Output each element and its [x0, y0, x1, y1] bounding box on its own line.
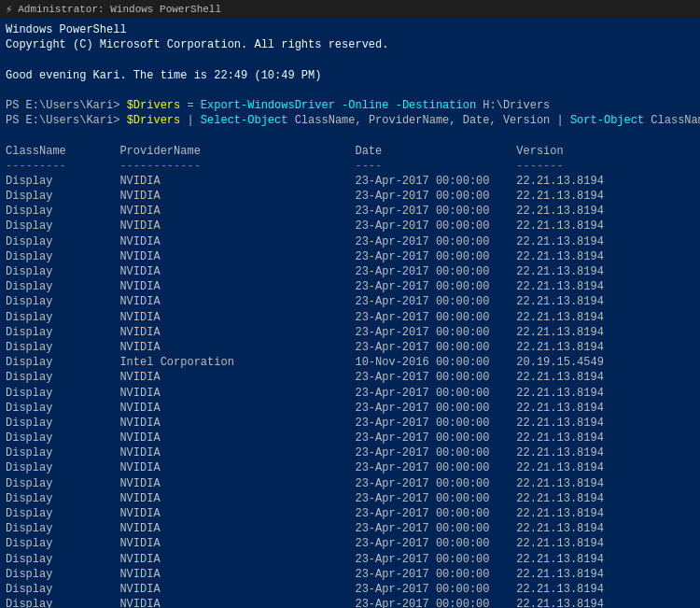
terminal-line: Display NVIDIA 23-Apr-2017 00:00:00 22.2… — [6, 552, 694, 567]
terminal-line: Good evening Kari. The time is 22:49 (10… — [6, 68, 694, 83]
terminal-line: PS E:\Users\Kari> $Drivers | Select-Obje… — [6, 113, 694, 128]
terminal-line: Display NVIDIA 23-Apr-2017 00:00:00 22.2… — [6, 249, 694, 264]
terminal-window: Windows PowerShellCopyright (C) Microsof… — [0, 19, 700, 608]
terminal-line: Display NVIDIA 23-Apr-2017 00:00:00 22.2… — [6, 370, 694, 385]
terminal-line: Display NVIDIA 23-Apr-2017 00:00:00 22.2… — [6, 431, 694, 445]
terminal-line: Display NVIDIA 23-Apr-2017 00:00:00 22.2… — [6, 476, 694, 491]
terminal-line — [6, 128, 694, 143]
terminal-line: Display NVIDIA 23-Apr-2017 00:00:00 22.2… — [6, 310, 694, 325]
terminal-line: Display NVIDIA 23-Apr-2017 00:00:00 22.2… — [6, 279, 694, 294]
terminal-line: Display NVIDIA 23-Apr-2017 00:00:00 22.2… — [6, 294, 694, 309]
terminal-line: Display NVIDIA 23-Apr-2017 00:00:00 22.2… — [6, 506, 694, 521]
terminal-line: Display NVIDIA 23-Apr-2017 00:00:00 22.2… — [6, 264, 694, 279]
terminal-line: Display NVIDIA 23-Apr-2017 00:00:00 22.2… — [6, 340, 694, 355]
title-bar: ⚡ Administrator: Windows PowerShell — [0, 0, 700, 19]
terminal-line: Display NVIDIA 23-Apr-2017 00:00:00 22.2… — [6, 174, 694, 189]
terminal-line: Display NVIDIA 23-Apr-2017 00:00:00 22.2… — [6, 536, 694, 551]
terminal-line: Copyright (C) Microsoft Corporation. All… — [6, 37, 694, 52]
terminal-line: Display NVIDIA 23-Apr-2017 00:00:00 22.2… — [6, 597, 694, 608]
terminal-line: Display NVIDIA 23-Apr-2017 00:00:00 22.2… — [6, 416, 694, 431]
terminal-line: Display NVIDIA 23-Apr-2017 00:00:00 22.2… — [6, 204, 694, 219]
terminal-line: ClassName ProviderName Date Version — [6, 144, 694, 159]
terminal-line: --------- ------------ ---- ------- — [6, 159, 694, 174]
terminal-line: Display NVIDIA 23-Apr-2017 00:00:00 22.2… — [6, 189, 694, 204]
terminal-line: Display NVIDIA 23-Apr-2017 00:00:00 22.2… — [6, 401, 694, 416]
terminal-line: Display NVIDIA 23-Apr-2017 00:00:00 22.2… — [6, 234, 694, 249]
terminal-line: Display NVIDIA 23-Apr-2017 00:00:00 22.2… — [6, 445, 694, 460]
terminal-line: Display NVIDIA 23-Apr-2017 00:00:00 22.2… — [6, 460, 694, 475]
terminal-line: Display NVIDIA 23-Apr-2017 00:00:00 22.2… — [6, 325, 694, 340]
terminal-line: Display NVIDIA 23-Apr-2017 00:00:00 22.2… — [6, 521, 694, 536]
terminal-line — [6, 52, 694, 67]
terminal-line: Display NVIDIA 23-Apr-2017 00:00:00 22.2… — [6, 386, 694, 401]
terminal-line: Display Intel Corporation 10-Nov-2016 00… — [6, 355, 694, 370]
title-bar-text: Administrator: Windows PowerShell — [18, 4, 221, 15]
terminal-line: Windows PowerShell — [6, 22, 694, 37]
terminal-line: Display NVIDIA 23-Apr-2017 00:00:00 22.2… — [6, 582, 694, 597]
terminal-line: PS E:\Users\Kari> $Drivers = Export-Wind… — [6, 98, 694, 113]
terminal-line — [6, 83, 694, 98]
powershell-icon: ⚡ — [6, 3, 12, 17]
terminal-line: Display NVIDIA 23-Apr-2017 00:00:00 22.2… — [6, 491, 694, 506]
terminal-line: Display NVIDIA 23-Apr-2017 00:00:00 22.2… — [6, 219, 694, 233]
terminal-line: Display NVIDIA 23-Apr-2017 00:00:00 22.2… — [6, 567, 694, 582]
